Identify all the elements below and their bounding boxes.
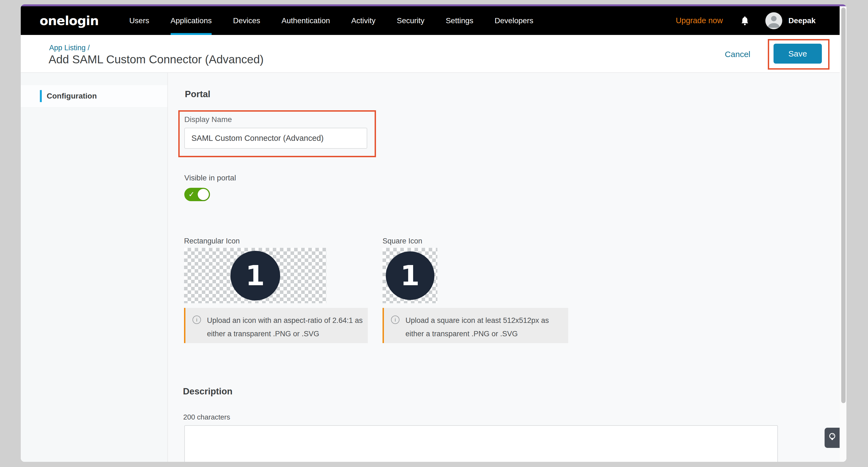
browser-page: onelogin Users Applications Devices Auth… (21, 4, 846, 462)
lightbulb-icon (828, 432, 837, 443)
nav-item-applications[interactable]: Applications (170, 6, 212, 35)
nav-item-settings[interactable]: Settings (445, 6, 473, 35)
info-line: Upload a square icon at least 512x512px … (405, 314, 549, 327)
sidebar: Configuration (21, 73, 168, 462)
brandmark-digit: 1 (245, 259, 265, 292)
brandmark-digit: 1 (400, 259, 420, 292)
square-icon-info-box: i Upload a square icon at least 512x512p… (382, 308, 568, 343)
toggle-knob (198, 189, 209, 200)
info-icon: i (391, 315, 399, 324)
breadcrumb[interactable]: App Listing / (49, 44, 90, 52)
scrollbar-thumb[interactable] (841, 8, 846, 403)
character-counter: 200 characters (183, 413, 230, 422)
page-header: App Listing / Add SAML Custom Connector … (21, 35, 840, 73)
nav-item-users[interactable]: Users (129, 6, 149, 35)
portal-section-heading: Portal (185, 89, 211, 99)
cancel-button[interactable]: Cancel (725, 50, 750, 59)
info-line: either a transparent .PNG or .SVG (207, 327, 363, 341)
active-indicator-bar (40, 90, 42, 102)
display-name-input[interactable] (184, 128, 367, 149)
nav-item-devices[interactable]: Devices (233, 6, 260, 35)
onelogin-logo[interactable]: onelogin (39, 13, 99, 28)
nav-menu: Users Applications Devices Authenticatio… (129, 6, 533, 35)
display-name-label: Display Name (184, 115, 232, 124)
page-title: Add SAML Custom Connector (Advanced) (49, 53, 264, 66)
sidebar-item-label: Configuration (47, 92, 97, 100)
square-icon-label: Square Icon (382, 237, 423, 245)
save-button[interactable]: Save (774, 44, 822, 64)
rectangular-icon-info-text: Upload an icon with an aspect-ratio of 2… (207, 314, 363, 343)
info-line: either a transparent .PNG or .SVG (405, 327, 549, 341)
user-avatar[interactable] (765, 12, 782, 29)
rectangular-icon-info-box: i Upload an icon with an aspect-ratio of… (184, 308, 368, 343)
visible-in-portal-label: Visible in portal (184, 174, 236, 182)
scrollbar-track[interactable] (840, 6, 846, 462)
person-silhouette-icon (765, 12, 782, 29)
info-line: Upload an icon with an aspect-ratio of 2… (207, 314, 363, 327)
bell-icon[interactable] (740, 16, 749, 26)
upgrade-now-link[interactable]: Upgrade now (676, 16, 723, 25)
top-nav: onelogin Users Applications Devices Auth… (21, 6, 840, 35)
description-textarea[interactable] (184, 425, 778, 462)
nav-item-developers[interactable]: Developers (495, 6, 533, 35)
sidebar-item-configuration[interactable]: Configuration (21, 85, 167, 107)
onelogin-brandmark-icon: 1 (230, 251, 280, 301)
rectangular-icon-upload-preview[interactable]: 1 (184, 248, 326, 303)
help-tips-button[interactable] (825, 428, 840, 448)
info-icon: i (192, 315, 201, 324)
window-accent-bar (21, 4, 846, 6)
user-name[interactable]: Deepak (788, 17, 815, 25)
visible-in-portal-toggle[interactable]: ✓ (184, 188, 210, 201)
square-icon-info-text: Upload a square icon at least 512x512px … (405, 314, 549, 343)
checkmark-icon: ✓ (188, 190, 195, 199)
nav-item-authentication[interactable]: Authentication (281, 6, 330, 35)
nav-right-cluster: Upgrade now Deepak (676, 12, 840, 29)
onelogin-brandmark-icon: 1 (386, 251, 434, 300)
nav-item-security[interactable]: Security (397, 6, 424, 35)
square-icon-upload-preview[interactable]: 1 (382, 248, 437, 303)
description-section-heading: Description (183, 386, 232, 397)
nav-item-activity[interactable]: Activity (351, 6, 376, 35)
rectangular-icon-label: Rectangular Icon (184, 237, 240, 245)
